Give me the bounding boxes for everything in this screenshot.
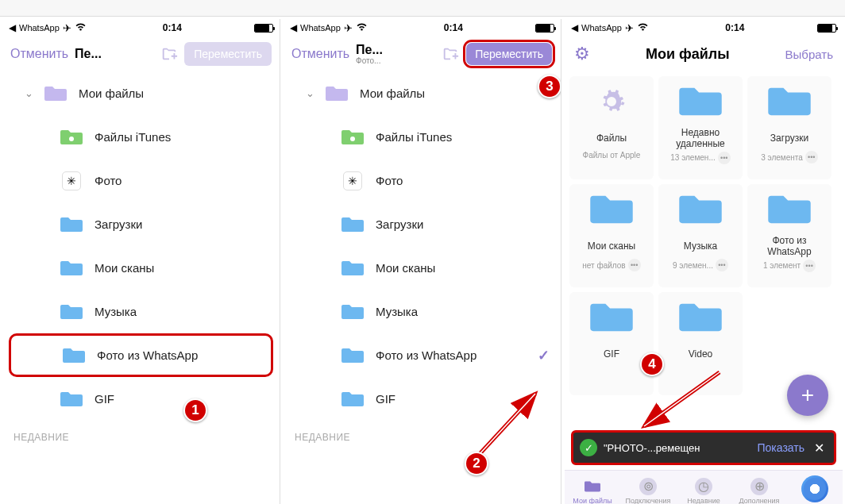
wifi-icon [637, 22, 649, 34]
cart-icon: ⊕ [750, 478, 768, 495]
more-icon[interactable]: ••• [716, 259, 728, 271]
back-caret[interactable]: ◀ [571, 22, 578, 33]
grid-tile[interactable]: Мои сканы нет файлов••• [569, 184, 654, 287]
step-badge-4: 4 [640, 352, 664, 376]
folder-list[interactable]: ⌄ Мои файлы Файлы iTunes ✳︎ Фото Загрузк… [2, 71, 280, 443]
grid-tile[interactable]: Фото из WhatsApp 1 элемент••• [747, 184, 831, 287]
list-item[interactable]: Мои сканы [284, 246, 561, 290]
folder-grid[interactable]: Файлы Файлы от Apple Недавно удаленные 1… [565, 71, 843, 400]
move-button[interactable]: Переместить [184, 42, 272, 66]
settings-icon[interactable]: ⚙ [574, 44, 590, 64]
safari-icon [801, 475, 828, 502]
list-item[interactable]: Музыка [2, 290, 280, 333]
add-button[interactable]: + [787, 375, 828, 416]
close-icon[interactable]: ✕ [811, 441, 828, 456]
screen-2: ◀ WhatsApp ✈ 0:14 Отменить Пе... Фото...… [284, 19, 561, 504]
root-folder-row[interactable]: ⌄ Мои файлы [284, 71, 561, 115]
more-icon[interactable]: ••• [805, 151, 818, 164]
step-badge-3: 3 [538, 75, 561, 98]
nav-title: Пе... [75, 47, 102, 61]
folder-icon [584, 478, 601, 495]
root-folder-row[interactable]: ⌄ Мои файлы [2, 71, 280, 115]
list-item[interactable]: ✳︎ Фото [284, 159, 561, 202]
svg-point-0 [69, 137, 74, 141]
svg-point-1 [350, 137, 355, 141]
chevron-down-icon[interactable]: ⌄ [25, 87, 37, 99]
wifi-icon [356, 22, 368, 34]
list-item-highlighted[interactable]: Фото из WhatsApp [9, 333, 273, 377]
move-button[interactable]: Переместить [465, 42, 553, 66]
new-folder-icon[interactable] [442, 45, 459, 63]
recent-section-label: НЕДАВНИЕ [2, 421, 280, 443]
tab-extras[interactable]: ⊕ Дополнения [731, 471, 787, 504]
select-button[interactable]: Выбрать [785, 48, 833, 61]
list-item[interactable]: Загрузки [284, 202, 561, 246]
photos-icon: ✳︎ [60, 171, 83, 190]
screen-1: ◀ WhatsApp ✈ 0:14 Отменить Пе... Перемес… [2, 19, 280, 504]
step-badge-1: 1 [183, 398, 207, 422]
list-item[interactable]: ✳︎ Фото [2, 159, 280, 202]
tab-recent[interactable]: ◷ Недавние [676, 471, 731, 504]
svg-line-3 [478, 394, 535, 456]
cancel-button[interactable]: Отменить [291, 47, 349, 61]
more-icon[interactable]: ••• [628, 259, 641, 271]
status-bar: ◀ WhatsApp ✈ 0:14 [284, 19, 561, 37]
screen-3: ◀ WhatsApp ✈ 0:14 ⚙ Мои файлы Выбрать Фа… [565, 19, 843, 504]
back-app-label[interactable]: WhatsApp [19, 23, 60, 33]
folder-icon [60, 128, 83, 147]
back-caret[interactable]: ◀ [290, 22, 297, 33]
more-icon[interactable]: ••• [803, 260, 816, 272]
nav-bar: Отменить Пе... Фото... Переместить [284, 37, 561, 71]
grid-tile[interactable]: Музыка 9 элемен...••• [658, 184, 743, 287]
check-icon: ✓ [538, 347, 550, 364]
battery-icon [254, 24, 273, 33]
grid-tile[interactable]: Загрузки 3 элемента••• [747, 76, 831, 179]
list-item[interactable]: Мои сканы [2, 246, 280, 290]
chevron-down-icon[interactable]: ⌄ [306, 87, 318, 99]
svg-line-5 [644, 372, 720, 426]
airplane-icon: ✈ [625, 22, 634, 34]
folder-label: Мои файлы [79, 87, 268, 100]
tab-connections[interactable]: ⊚ Подключения [620, 471, 676, 504]
step-badge-2: 2 [465, 452, 488, 475]
grid-tile[interactable]: Недавно удаленные 13 элемен...••• [658, 76, 743, 179]
tab-safari[interactable] [787, 471, 843, 504]
more-icon[interactable]: ••• [718, 152, 731, 164]
status-bar: ◀ WhatsApp ✈ 0:14 [565, 19, 843, 37]
gear-icon [587, 83, 636, 121]
list-item[interactable]: Загрузки [2, 202, 280, 246]
wifi-icon: ⊚ [639, 478, 657, 495]
tab-files[interactable]: Мои файлы [565, 471, 620, 504]
tab-bar: Мои файлы ⊚ Подключения ◷ Недавние ⊕ Доп… [565, 470, 843, 504]
toast-message: "PHOTO-...ремещен [604, 442, 750, 454]
cancel-button[interactable]: Отменить [10, 47, 68, 61]
folder-icon [44, 84, 68, 103]
clock: 0:14 [91, 22, 254, 33]
status-bar: ◀ WhatsApp ✈ 0:14 [2, 19, 280, 37]
check-circle-icon: ✓ [580, 439, 597, 456]
toast-show-button[interactable]: Показать [757, 441, 804, 454]
grid-header: ⚙ Мои файлы Выбрать [565, 37, 843, 71]
list-item[interactable]: Файлы iTunes [284, 115, 561, 159]
clock-icon: ◷ [695, 478, 712, 495]
list-item[interactable]: Музыка [284, 290, 561, 333]
grid-tile[interactable]: Файлы Файлы от Apple [569, 76, 654, 179]
airplane-icon: ✈ [63, 22, 71, 34]
list-item-selected[interactable]: Фото из WhatsApp ✓ [284, 333, 561, 377]
page-title: Мои файлы [590, 46, 785, 63]
nav-bar: Отменить Пе... Переместить [2, 37, 280, 71]
list-item[interactable]: GIF [2, 377, 280, 421]
new-folder-icon[interactable] [160, 45, 178, 63]
airplane-icon: ✈ [344, 22, 353, 34]
back-caret[interactable]: ◀ [9, 22, 16, 33]
wifi-icon [75, 22, 87, 34]
list-item[interactable]: Файлы iTunes [2, 115, 280, 159]
